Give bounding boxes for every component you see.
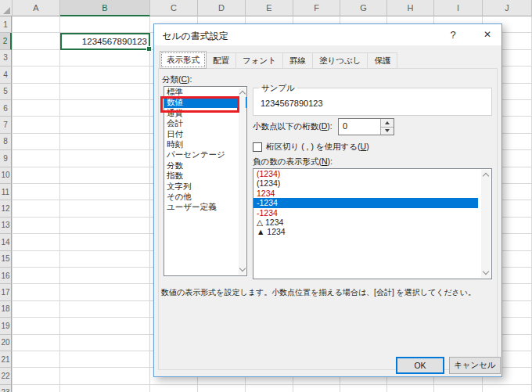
spinner-up-icon[interactable] xyxy=(381,119,394,128)
ok-button[interactable]: OK xyxy=(396,357,444,374)
annotation-highlight xyxy=(160,96,239,113)
help-icon[interactable]: ? xyxy=(444,26,462,43)
negative-format-item[interactable]: (1234) xyxy=(253,169,491,178)
scroll-down-icon[interactable] xyxy=(239,265,245,272)
fill-handle[interactable] xyxy=(146,46,152,52)
negative-format-listbox[interactable]: (1234)(1234)1234-1234-1234△ 1234▲ 1234 xyxy=(253,168,492,279)
negative-scrollbar[interactable] xyxy=(481,170,491,278)
negative-format-item[interactable]: △ 1234 xyxy=(253,218,491,227)
row-header-23[interactable]: 23 xyxy=(0,385,12,392)
thousand-separator-label: 桁区切り ( , ) を使用する(U) xyxy=(266,142,369,153)
row-header-11[interactable]: 11 xyxy=(0,184,12,200)
row-header-16[interactable]: 16 xyxy=(0,268,12,284)
column-header-B[interactable]: B xyxy=(60,0,150,16)
category-item-日付[interactable]: 日付 xyxy=(164,129,246,139)
gridline xyxy=(12,384,532,385)
row-header-7[interactable]: 7 xyxy=(0,117,12,133)
sample-value: 1234567890123 xyxy=(261,99,323,108)
tab-罫線[interactable]: 罫線 xyxy=(283,52,313,69)
select-all-corner[interactable] xyxy=(0,0,13,16)
row-header-19[interactable]: 19 xyxy=(0,318,12,334)
cancel-button[interactable]: キャンセル xyxy=(449,357,501,374)
tab-strip: 表示形式配置フォント罫線塗りつぶし保護 xyxy=(160,52,397,69)
decimal-places-value: 0 xyxy=(343,121,347,131)
negative-format-item[interactable]: -1234 xyxy=(253,208,491,218)
row-header-1[interactable]: 1 xyxy=(0,16,12,33)
row-header-13[interactable]: 13 xyxy=(0,218,12,234)
category-listbox[interactable]: 標準数値通貨会計日付時刻パーセンテージ分数指数文字列その他ユーザー定義 xyxy=(164,86,247,276)
category-item-パーセンテージ[interactable]: パーセンテージ xyxy=(164,149,246,160)
close-icon[interactable]: ✕ xyxy=(478,26,497,43)
column-header-E[interactable]: E xyxy=(246,0,293,16)
column-header-A[interactable]: A xyxy=(13,0,60,16)
category-label: 分類(C): xyxy=(162,74,192,85)
category-item-その他[interactable]: その他 xyxy=(164,192,246,202)
description-text: 数値の表示形式を設定します。小数点位置を揃える場合は、[会計] を選択してくださ… xyxy=(161,287,493,297)
category-item-分数[interactable]: 分数 xyxy=(164,160,246,171)
category-item-時刻[interactable]: 時刻 xyxy=(164,139,246,149)
category-item-指数[interactable]: 指数 xyxy=(164,171,246,181)
scroll-up-icon[interactable] xyxy=(239,91,245,97)
negative-format-label: 負の数の表示形式(N): xyxy=(253,156,332,167)
sample-label: サンプル xyxy=(259,83,297,94)
negative-format-item[interactable]: 1234 xyxy=(253,189,491,198)
category-item-文字列[interactable]: 文字列 xyxy=(164,182,246,192)
tab-保護[interactable]: 保護 xyxy=(368,52,397,69)
column-header-D[interactable]: D xyxy=(198,0,246,16)
spinner xyxy=(380,119,394,135)
scroll-down-icon[interactable] xyxy=(483,268,489,275)
active-cell-selection[interactable] xyxy=(60,33,150,50)
tab-塗りつぶし[interactable]: 塗りつぶし xyxy=(313,52,368,69)
gridline xyxy=(12,16,13,392)
negative-format-item[interactable]: ▲ 1234 xyxy=(253,227,491,236)
category-item-会計[interactable]: 会計 xyxy=(164,118,246,128)
category-item-ユーザー定義[interactable]: ユーザー定義 xyxy=(164,202,246,212)
negative-format-item[interactable]: (1234) xyxy=(253,178,491,188)
row-header-3[interactable]: 3 xyxy=(0,50,12,67)
row-header-6[interactable]: 6 xyxy=(0,100,12,117)
row-header-14[interactable]: 14 xyxy=(0,234,12,250)
row-header-4[interactable]: 4 xyxy=(0,67,12,83)
decimal-places-input[interactable]: 0 xyxy=(338,118,394,135)
thousand-separator-row: 桁区切り ( , ) を使用する(U) xyxy=(253,142,369,153)
column-header-I[interactable]: I xyxy=(434,0,483,16)
sample-groupbox: サンプル 1234567890123 xyxy=(253,88,492,116)
column-header-J[interactable]: J xyxy=(483,0,532,16)
row-header-12[interactable]: 12 xyxy=(0,200,12,217)
negative-format-item[interactable]: -1234 xyxy=(253,198,478,207)
row-header-9[interactable]: 9 xyxy=(0,150,12,167)
select-all-icon xyxy=(3,7,10,14)
format-cells-dialog: セルの書式設定 ? ✕ 表示形式配置フォント罫線塗りつぶし保護 分類(C): 標… xyxy=(153,23,502,377)
scroll-up-icon[interactable] xyxy=(483,173,489,179)
row-header-21[interactable]: 21 xyxy=(0,351,12,368)
row-header-5[interactable]: 5 xyxy=(0,84,12,100)
column-header-F[interactable]: F xyxy=(293,0,340,16)
tab-配置[interactable]: 配置 xyxy=(207,52,236,69)
row-header-10[interactable]: 10 xyxy=(0,167,12,184)
row-header-18[interactable]: 18 xyxy=(0,301,12,318)
spinner-down-icon[interactable] xyxy=(381,128,394,135)
gridline xyxy=(149,16,150,392)
tab-フォント[interactable]: フォント xyxy=(236,52,283,69)
row-header-2[interactable]: 2 xyxy=(0,33,12,49)
row-header-15[interactable]: 15 xyxy=(0,251,12,268)
column-header-H[interactable]: H xyxy=(387,0,434,16)
gridline xyxy=(59,16,60,392)
dialog-title: セルの書式設定 xyxy=(162,30,228,43)
tab-表示形式[interactable]: 表示形式 xyxy=(160,51,207,69)
dialog-titlebar[interactable]: セルの書式設定 ? ✕ xyxy=(154,24,501,45)
row-header-22[interactable]: 22 xyxy=(0,368,12,384)
row-header-20[interactable]: 20 xyxy=(0,335,12,351)
category-scrollbar[interactable] xyxy=(239,88,246,275)
column-header-C[interactable]: C xyxy=(150,0,198,16)
thousand-separator-checkbox[interactable] xyxy=(253,142,262,152)
column-header-G[interactable]: G xyxy=(340,0,387,16)
row-header-17[interactable]: 17 xyxy=(0,284,12,300)
decimal-places-label: 小数点以下の桁数(D): xyxy=(253,121,332,132)
row-header-8[interactable]: 8 xyxy=(0,134,12,150)
